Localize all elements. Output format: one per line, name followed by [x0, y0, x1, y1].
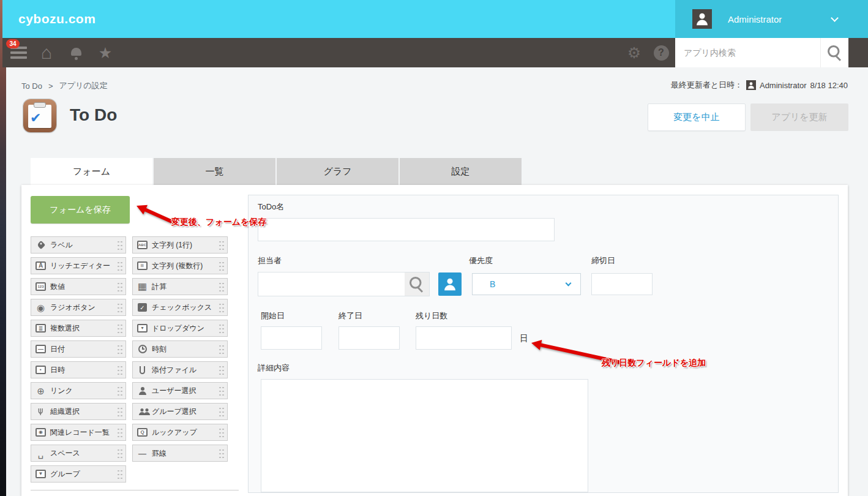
palette-item-label: 計算: [152, 282, 166, 292]
palette-item-dropdown[interactable]: ▾ドロップダウン: [132, 320, 228, 337]
palette-item-label: ラジオボタン: [50, 302, 95, 313]
user-picker-button[interactable]: [438, 272, 462, 296]
palette-item-calculation[interactable]: ▦計算: [132, 278, 228, 295]
single-line-text-icon: ABC: [137, 241, 148, 249]
drag-handle-icon: [219, 261, 224, 271]
radio-button-icon: ◉: [35, 303, 47, 312]
palette-item-border[interactable]: —罫線: [132, 445, 228, 462]
assignee-search-button[interactable]: [405, 272, 429, 296]
updater-name: Administrator: [760, 81, 807, 90]
search-submit-button[interactable]: [820, 38, 848, 67]
drag-handle-icon: [219, 386, 224, 396]
number-icon: 123: [35, 282, 47, 291]
calculation-icon: ▦: [137, 282, 148, 291]
form-builder-container: フォームを保存 ラベルABC文字列 (1行)Aリッチエディター≡文字列 (複数行…: [21, 185, 848, 496]
date-icon: —: [35, 345, 47, 353]
annotation-remaining-note: 残り日数フィールドを追加: [602, 358, 706, 369]
palette-item-radio-button[interactable]: ◉ラジオボタン: [31, 299, 126, 316]
updated-datetime: 8/18 12:40: [810, 81, 848, 90]
palette-item-org-select[interactable]: ⋔組織選択: [31, 403, 126, 420]
palette-item-link[interactable]: ⊕リンク: [31, 382, 126, 399]
search-icon: [410, 277, 424, 291]
app-search-input[interactable]: [675, 38, 820, 67]
update-app-button[interactable]: アプリを更新: [750, 103, 848, 131]
due-date-input[interactable]: [591, 273, 653, 295]
home-button[interactable]: ⌂: [36, 38, 58, 67]
palette-item-multi-select[interactable]: ≣複数選択: [31, 320, 126, 337]
discard-changes-button[interactable]: 変更を中止: [648, 103, 746, 131]
last-updated-meta: 最終更新者と日時： Administrator 8/18 12:40: [671, 80, 848, 91]
multi-select-icon: ≣: [35, 324, 47, 333]
palette-item-label[interactable]: ラベル: [31, 236, 126, 254]
check-icon: ✔: [30, 110, 41, 126]
palette-item-rich-editor[interactable]: Aリッチエディター: [31, 257, 126, 274]
notifications-button[interactable]: [65, 38, 87, 67]
palette-item-date[interactable]: —日付: [31, 340, 126, 358]
tab-graph[interactable]: グラフ: [277, 158, 398, 185]
palette-item-lookup[interactable]: Qルックアップ: [132, 424, 228, 441]
palette-item-label: 関連レコード一覧: [50, 427, 110, 438]
palette-item-label: 添付ファイル: [152, 365, 196, 375]
breadcrumb: To Do > アプリの設定: [21, 80, 108, 91]
person-icon: [696, 13, 709, 25]
tab-settings[interactable]: 設定: [400, 158, 522, 185]
drag-handle-icon: [219, 427, 224, 438]
drag-handle-icon: [219, 282, 224, 292]
drag-handle-icon: [219, 302, 224, 313]
user-menu[interactable]: Administrator: [675, 0, 868, 38]
group-icon: ▼: [35, 470, 47, 478]
palette-item-user-select[interactable]: ユーザー選択: [132, 382, 228, 399]
drag-handle-icon: [117, 365, 122, 375]
palette-item-label: 組織選択: [50, 407, 80, 417]
palette-item-attachment[interactable]: 添付ファイル: [132, 361, 228, 378]
breadcrumb-app-link[interactable]: To Do: [21, 81, 42, 91]
drag-handle-icon: [219, 344, 224, 355]
palette-item-single-line-text[interactable]: ABC文字列 (1行): [132, 236, 228, 254]
palette-item-label: ユーザー選択: [152, 386, 196, 396]
save-form-button[interactable]: フォームを保存: [31, 196, 130, 224]
detail-textarea[interactable]: [261, 379, 588, 492]
palette-item-time[interactable]: 時刻: [132, 340, 228, 358]
palette-item-space[interactable]: ␣スペース: [31, 445, 126, 462]
field-label-priority: 優先度: [469, 255, 493, 266]
field-label-start-date: 開始日: [261, 310, 285, 321]
field-label-remaining-days: 残り日数: [416, 310, 447, 321]
tab-list[interactable]: 一覧: [154, 158, 275, 185]
related-records-icon: ◉: [35, 428, 47, 437]
start-date-input[interactable]: [261, 326, 322, 350]
palette-item-checkbox[interactable]: ✓チェックボックス: [132, 299, 228, 316]
palette-item-related-records[interactable]: ◉関連レコード一覧: [31, 424, 126, 441]
favorites-button[interactable]: ★: [94, 38, 116, 67]
attachment-icon: [137, 366, 148, 374]
settings-button[interactable]: ⚙: [623, 38, 645, 67]
help-button[interactable]: ?: [650, 38, 672, 67]
tab-form[interactable]: フォーム: [31, 158, 152, 185]
assignee-input[interactable]: [258, 272, 405, 296]
palette-item-number[interactable]: 123数値: [31, 278, 126, 295]
home-icon: ⌂: [41, 43, 52, 62]
annotation-save-note: 変更後、フォームを保存: [171, 217, 266, 228]
brand-logo[interactable]: cybozu.com: [18, 0, 95, 38]
priority-select[interactable]: B: [472, 273, 581, 295]
palette-item-group-select[interactable]: グループ選択: [132, 403, 228, 420]
drag-handle-icon: [117, 282, 122, 292]
palette-item-multi-line-text[interactable]: ≡文字列 (複数行): [132, 257, 228, 274]
palette-item-label: 複数選択: [50, 323, 80, 334]
palette-item-label: 日付: [50, 344, 65, 355]
palette-item-label: スペース: [50, 448, 80, 459]
person-icon: [747, 82, 754, 88]
drag-handle-icon: [117, 240, 122, 250]
end-date-input[interactable]: [339, 326, 400, 350]
updater-avatar: [746, 80, 756, 90]
drag-handle-icon: [117, 344, 122, 355]
palette-item-group[interactable]: ▼グループ: [31, 465, 126, 483]
palette-item-label: ドロップダウン: [152, 323, 204, 334]
drag-handle-icon: [219, 365, 224, 375]
remaining-days-input[interactable]: [416, 326, 512, 350]
drag-handle-icon: [219, 448, 224, 459]
todo-name-input[interactable]: [258, 218, 555, 241]
palette-item-datetime[interactable]: ▪日時: [31, 361, 126, 378]
chevron-down-icon: [566, 280, 572, 287]
palette-item-label: グループ選択: [152, 407, 196, 417]
palette-item-label: ルックアップ: [152, 427, 197, 438]
